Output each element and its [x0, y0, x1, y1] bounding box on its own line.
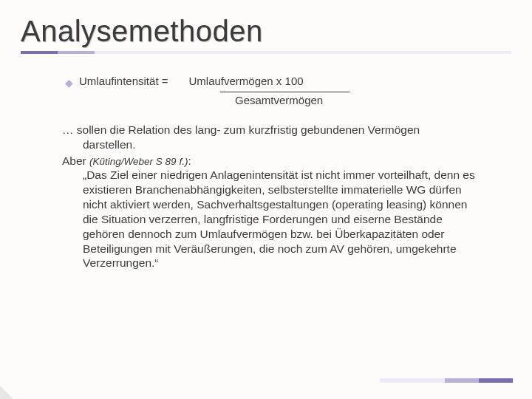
- formula-numerator: Umlaufvermögen x 100: [188, 75, 303, 87]
- aber-citation: (Küting/Weber S 89 f.): [89, 156, 188, 167]
- fraction-line: [220, 92, 349, 92]
- aber-paragraph: Aber (Küting/Weber S 89 f.): „Das Ziel e…: [62, 154, 482, 271]
- formula-denominator: Gesamtvermögen: [220, 94, 511, 106]
- slide: Analysemethoden ◆ Umlaufintensität = Uml…: [0, 0, 532, 399]
- aber-colon: :: [188, 154, 191, 167]
- body-text: … sollen die Relation des lang- zum kurz…: [62, 123, 482, 270]
- bullet-icon: ◆: [65, 75, 73, 90]
- aber-label: Aber: [62, 154, 89, 167]
- relation-lead: … sollen die Relation des lang- zum kurz…: [62, 123, 420, 136]
- aber-body: „Das Ziel einer niedrigen Anlagenintensi…: [83, 168, 482, 270]
- formula-label: Umlaufintensität =: [79, 75, 168, 87]
- slide-title: Analysemethoden: [21, 15, 511, 48]
- formula-row: ◆ Umlaufintensität = Umlaufvermögen x 10…: [65, 75, 511, 90]
- relation-cont: darstellen.: [83, 137, 482, 152]
- title-underline: [21, 51, 511, 54]
- footer-decoration: [380, 378, 513, 383]
- relation-paragraph: … sollen die Relation des lang- zum kurz…: [62, 123, 482, 152]
- corner-fold-icon: [0, 386, 13, 399]
- formula-denominator-row: Gesamtvermögen: [65, 92, 511, 106]
